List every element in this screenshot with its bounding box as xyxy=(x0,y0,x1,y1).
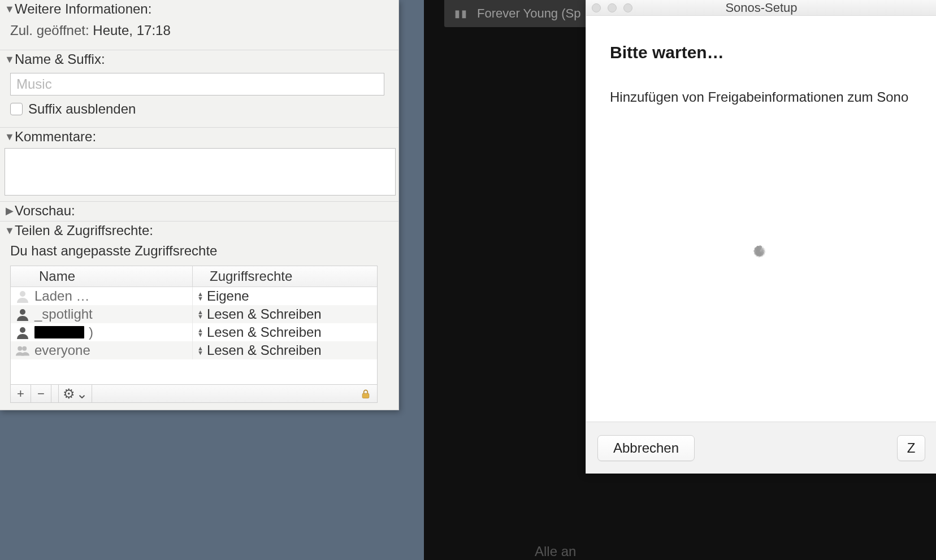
section-label: Vorschau: xyxy=(15,203,75,219)
sort-arrows-icon[interactable]: ▲▼ xyxy=(197,310,203,319)
now-playing-track: Forever Young (Sp xyxy=(477,6,580,21)
sort-arrows-icon[interactable]: ▲▼ xyxy=(197,346,203,355)
perm-user-name: Laden … xyxy=(34,288,89,304)
lock-button[interactable] xyxy=(360,385,377,402)
sonos-body: Bitte warten… Hinzufügen von Freigabeinf… xyxy=(586,16,936,422)
gear-icon: ⚙ xyxy=(63,386,75,402)
perm-table-spacer xyxy=(10,359,378,384)
section-header-more-info[interactable]: ▼ Weitere Informationen: xyxy=(0,0,398,19)
svg-point-2 xyxy=(20,327,25,333)
perm-user-name: everyone xyxy=(34,342,90,358)
get-info-window: ▼ Weitere Informationen: Zul. geöffnet: … xyxy=(0,0,399,410)
svg-point-3 xyxy=(18,346,22,351)
svg-point-4 xyxy=(22,346,27,351)
user-icon xyxy=(15,307,30,322)
permissions-table: Name Zugriffsrechte Laden … ▲▼ Eigene _s… xyxy=(10,266,378,359)
section-label: Weitere Informationen: xyxy=(15,1,151,17)
window-titlebar[interactable]: Sonos-Setup xyxy=(586,0,936,16)
section-body-more-info: Zul. geöffnet: Heute, 17:18 xyxy=(0,19,398,50)
last-opened-value: Heute, 17:18 xyxy=(93,23,170,38)
svg-point-0 xyxy=(20,291,25,297)
permissions-actions-menu[interactable]: ⚙ ⌄ xyxy=(58,385,92,402)
disclosure-triangle-icon[interactable]: ▶ xyxy=(5,205,15,217)
hide-suffix-checkbox[interactable] xyxy=(10,103,23,115)
perm-user-name-suffix: ) xyxy=(89,324,93,340)
background-button-text: Alle an xyxy=(535,544,576,559)
svg-rect-5 xyxy=(362,393,369,398)
perm-col-priv: Zugriffsrechte xyxy=(193,266,377,286)
next-button[interactable]: Z xyxy=(897,435,925,461)
add-user-button[interactable]: + xyxy=(11,385,31,402)
disclosure-triangle-icon[interactable]: ▼ xyxy=(5,3,15,15)
close-icon[interactable] xyxy=(592,3,601,12)
permissions-note: Du hast angepasste Zugriffsrechte xyxy=(0,241,398,263)
table-row[interactable]: Laden … ▲▼ Eigene xyxy=(11,287,377,305)
name-input[interactable]: Music xyxy=(10,73,384,95)
dialog-footer: Abbrechen Z xyxy=(586,422,936,474)
user-icon xyxy=(15,325,30,340)
hide-suffix-label: Suffix ausblenden xyxy=(28,101,136,117)
last-opened-label: Zul. geöffnet: xyxy=(10,23,89,38)
table-row[interactable]: ) ▲▼ Lesen & Schreiben xyxy=(11,323,377,341)
table-row[interactable]: _spotlight ▲▼ Lesen & Schreiben xyxy=(11,305,377,323)
spinner-wrap xyxy=(610,105,913,422)
section-header-sharing[interactable]: ▼ Teilen & Zugriffsrechte: xyxy=(0,221,398,241)
window-title: Sonos-Setup xyxy=(725,1,797,15)
section-header-comments[interactable]: ▼ Kommentare: xyxy=(0,127,398,147)
zoom-icon[interactable] xyxy=(623,3,632,12)
comments-textarea[interactable] xyxy=(5,148,396,196)
pause-icon[interactable]: ▮▮ xyxy=(454,7,468,20)
perm-col-name: Name xyxy=(11,266,193,286)
section-header-preview[interactable]: ▶ Vorschau: xyxy=(0,201,398,221)
section-label: Teilen & Zugriffsrechte: xyxy=(15,223,153,238)
sonos-setup-window: Sonos-Setup Bitte warten… Hinzufügen von… xyxy=(586,0,936,474)
permissions-toolbar: + − ⚙ ⌄ xyxy=(10,384,378,403)
traffic-lights xyxy=(592,3,632,12)
table-row[interactable]: everyone ▲▼ Lesen & Schreiben xyxy=(11,341,377,359)
remove-user-button[interactable]: − xyxy=(31,385,51,402)
group-icon xyxy=(15,343,30,358)
cancel-button[interactable]: Abbrechen xyxy=(597,435,695,461)
section-header-name-suffix[interactable]: ▼ Name & Suffix: xyxy=(0,50,398,70)
disclosure-triangle-icon[interactable]: ▼ xyxy=(5,131,15,143)
music-now-playing-bar: ▮▮ Forever Young (Sp xyxy=(444,0,591,27)
chevron-down-icon: ⌄ xyxy=(76,386,88,402)
section-body-name-suffix: Music Suffix ausblenden xyxy=(0,70,398,127)
page-title: Bitte warten… xyxy=(610,43,913,62)
perm-value: Eigene xyxy=(207,288,249,304)
section-label: Name & Suffix: xyxy=(15,51,105,67)
perm-value: Lesen & Schreiben xyxy=(207,324,322,340)
section-label: Kommentare: xyxy=(15,129,96,145)
perm-user-name: _spotlight xyxy=(34,306,93,322)
perm-value: Lesen & Schreiben xyxy=(207,342,322,358)
section-body-comments xyxy=(0,147,398,201)
user-icon xyxy=(15,289,30,303)
disclosure-triangle-icon[interactable]: ▼ xyxy=(5,225,15,237)
sort-arrows-icon[interactable]: ▲▼ xyxy=(197,292,203,301)
svg-point-1 xyxy=(20,309,25,315)
minimize-icon[interactable] xyxy=(608,3,617,12)
status-message: Hinzufügen von Freigabeinformationen zum… xyxy=(610,89,913,105)
perm-value: Lesen & Schreiben xyxy=(207,306,322,322)
disclosure-triangle-icon[interactable]: ▼ xyxy=(5,54,15,66)
sort-arrows-icon[interactable]: ▲▼ xyxy=(197,328,203,337)
perm-user-name-redacted xyxy=(34,326,84,338)
loading-spinner-icon xyxy=(744,246,778,280)
permissions-table-header: Name Zugriffsrechte xyxy=(11,266,377,287)
